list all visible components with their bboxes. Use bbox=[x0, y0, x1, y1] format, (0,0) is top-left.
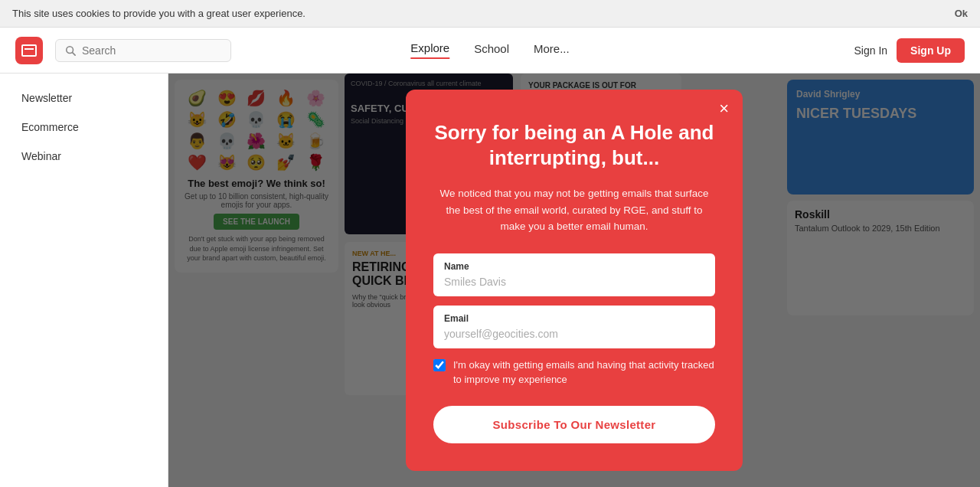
consent-label: I'm okay with getting emails and having … bbox=[453, 358, 715, 387]
subscribe-button[interactable]: Subscribe To Our Newsletter bbox=[433, 406, 715, 443]
modal-title: Sorry for being an A Hole and interrupti… bbox=[433, 120, 715, 170]
email-input[interactable] bbox=[444, 328, 704, 340]
name-input[interactable] bbox=[444, 276, 704, 288]
search-icon bbox=[65, 45, 76, 56]
logo-icon bbox=[21, 44, 37, 57]
nav-school[interactable]: School bbox=[474, 42, 509, 58]
name-field: Name bbox=[433, 253, 715, 296]
header-right: Sign In Sign Up bbox=[854, 38, 965, 63]
search-input[interactable] bbox=[82, 44, 221, 57]
header: Explore School More... Sign In Sign Up bbox=[0, 28, 980, 74]
sidebar-item-ecommerce[interactable]: Ecommerce bbox=[6, 113, 162, 141]
search-box bbox=[55, 39, 231, 62]
modal-overlay[interactable]: × Sorry for being an A Hole and interrup… bbox=[168, 74, 980, 487]
cookie-text: This site uses cookies to provide you wi… bbox=[12, 8, 305, 19]
checkbox-row: I'm okay with getting emails and having … bbox=[433, 358, 715, 387]
sidebar-item-newsletter[interactable]: Newsletter bbox=[6, 84, 162, 112]
modal-close-button[interactable]: × bbox=[719, 100, 729, 117]
main-layout: Newsletter Ecommerce Webinar 🥑😍💋🔥🌸😺🤣💀😭🦠👨… bbox=[0, 74, 980, 487]
modal: × Sorry for being an A Hole and interrup… bbox=[406, 90, 743, 471]
modal-description: We noticed that you may not be getting e… bbox=[433, 185, 715, 235]
main-nav: Explore School More... bbox=[410, 41, 569, 59]
logo[interactable] bbox=[15, 37, 43, 64]
cookie-bar: This site uses cookies to provide you wi… bbox=[0, 0, 980, 28]
content-area: 🥑😍💋🔥🌸😺🤣💀😭🦠👨💀🌺🐱🍺❤️😻🥺💅🌹 The best emoji? We… bbox=[168, 74, 980, 487]
name-label: Name bbox=[444, 261, 704, 272]
sidebar: Newsletter Ecommerce Webinar bbox=[0, 74, 168, 487]
sidebar-item-webinar[interactable]: Webinar bbox=[6, 142, 162, 170]
email-field: Email bbox=[433, 306, 715, 348]
svg-line-1 bbox=[73, 52, 76, 55]
nav-more[interactable]: More... bbox=[534, 42, 570, 58]
nav-explore[interactable]: Explore bbox=[410, 41, 449, 59]
sign-up-button[interactable]: Sign Up bbox=[897, 38, 965, 63]
email-label: Email bbox=[444, 313, 704, 324]
sign-in-button[interactable]: Sign In bbox=[854, 44, 888, 57]
consent-checkbox[interactable] bbox=[433, 359, 446, 371]
cookie-ok-button[interactable]: Ok bbox=[955, 8, 968, 19]
